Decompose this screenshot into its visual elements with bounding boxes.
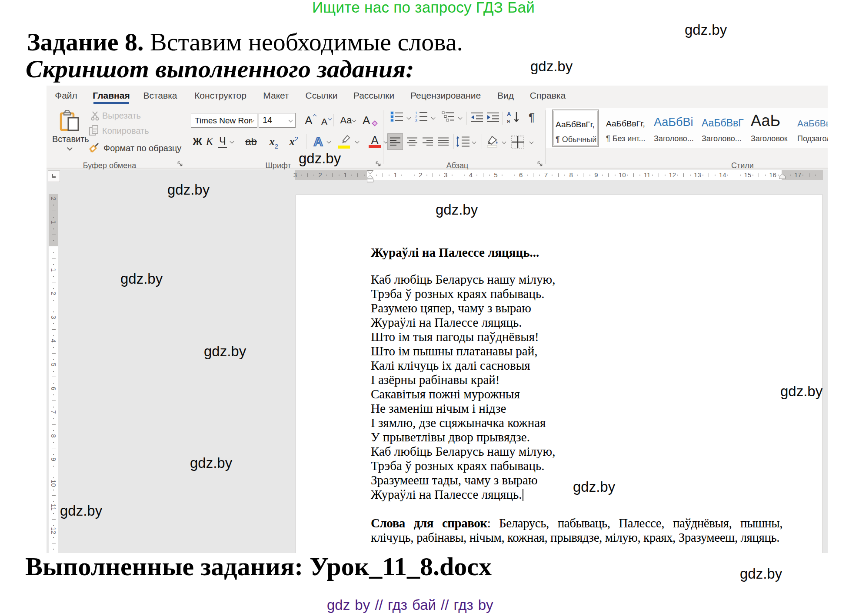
underline-button[interactable]: Ч <box>217 133 228 150</box>
shading-chevron-icon[interactable] <box>502 140 506 144</box>
paste-dropdown-chevron-icon[interactable] <box>67 145 73 151</box>
style-card[interactable]: АаБбВвГг,¶ Без инт... <box>603 109 650 147</box>
dialog-launcher-icon[interactable] <box>376 161 381 167</box>
small-divider <box>306 134 306 149</box>
poem-line: І азёрны рабінавы край! <box>371 373 782 387</box>
bold-button[interactable]: Ж <box>192 133 203 150</box>
hanging-indent-marker[interactable] <box>367 175 373 183</box>
tab-Рецензирование[interactable]: Рецензирование <box>407 86 484 106</box>
borders-button[interactable] <box>511 133 534 150</box>
sort-button[interactable]: А я <box>507 111 520 125</box>
line-spacing-button[interactable] <box>456 133 476 150</box>
vruler-tick <box>52 377 56 377</box>
change-case-button[interactable]: Аа <box>336 113 356 128</box>
hruler-tick <box>383 173 383 177</box>
numbering-button[interactable]: 1 2 3 <box>415 111 436 125</box>
italic-button[interactable]: К <box>205 133 214 150</box>
shading-button[interactable] <box>485 133 506 150</box>
tab-Ссылки[interactable]: Ссылки <box>303 86 340 106</box>
small-divider <box>453 134 454 149</box>
numbering-chevron-icon[interactable] <box>431 116 436 120</box>
tab-label: Файл <box>50 90 82 101</box>
tab-selector[interactable] <box>48 170 60 182</box>
vruler-tick <box>52 543 56 543</box>
grow-font-icon <box>313 114 316 118</box>
align-left-button[interactable] <box>387 133 403 150</box>
multilevel-list-button[interactable] <box>442 111 463 125</box>
tab-Макет[interactable]: Макет <box>261 86 291 106</box>
bullets-chevron-icon[interactable] <box>407 116 411 120</box>
hruler-dot <box>502 175 503 176</box>
justify-icon <box>438 137 449 146</box>
highlight-chevron-icon[interactable] <box>355 139 360 144</box>
multilevel-chevron-icon[interactable] <box>458 116 463 120</box>
style-card[interactable]: АаБбВвПодзагол... <box>795 109 828 147</box>
justify-button[interactable] <box>436 133 451 150</box>
style-card[interactable]: АаЬЗаголовок <box>748 109 795 147</box>
small-divider <box>482 134 482 149</box>
shrink-font-button[interactable]: А <box>317 115 331 128</box>
tab-Главная[interactable]: Главная <box>91 86 132 106</box>
style-card[interactable]: АаБбВвГг,¶ Обычный <box>552 109 599 147</box>
hruler-number: 6 <box>518 171 523 179</box>
dialog-launcher-icon[interactable] <box>177 161 183 167</box>
hruler-number: 5 <box>493 171 499 179</box>
horizontal-ruler[interactable]: 3211234567891011121314151617 <box>295 170 823 180</box>
hruler-dot <box>514 175 515 176</box>
grow-font-button[interactable]: А <box>301 113 316 128</box>
tab-Файл[interactable]: Файл <box>50 86 82 106</box>
gdz-watermark: gdz.by <box>60 503 102 518</box>
highlight-button[interactable] <box>337 133 354 150</box>
svg-text:я: я <box>507 118 510 124</box>
tab-Конструктор[interactable]: Конструктор <box>192 86 249 106</box>
font-name-combo[interactable]: Times New Rom <box>191 113 257 128</box>
poem-line: Трэба ў розных краях пабываць. <box>371 287 782 301</box>
pilcrow-button[interactable]: ¶ <box>526 110 538 125</box>
svg-text:3: 3 <box>415 119 417 122</box>
tab-label: Рассылки <box>351 90 396 101</box>
tab-Справка[interactable]: Справка <box>527 86 569 106</box>
strikethrough-icon: ab <box>245 136 257 147</box>
subscript-button[interactable]: x2 <box>266 133 282 150</box>
styles-gallery: АаБбВвГг,¶ ОбычныйАаБбВвГг,¶ Без инт...А… <box>546 108 828 148</box>
document-text[interactable]: Жураўлі на Палессе ляцяць... Каб любіць … <box>371 245 782 545</box>
line-spacing-chevron-icon[interactable] <box>472 140 476 144</box>
style-sample: АаБбВвГг, <box>556 120 595 129</box>
style-card[interactable]: АаБбВіЗаголово... <box>651 109 698 147</box>
decrease-indent-button[interactable] <box>470 112 483 124</box>
style-card[interactable]: АаБбВвГЗаголово... <box>699 109 746 147</box>
clear-formatting-button[interactable]: А <box>361 113 378 128</box>
align-center-button[interactable] <box>405 133 420 150</box>
underline-chevron-icon[interactable] <box>230 139 234 144</box>
poem-line: Калі клічуць іх далі сасновыя <box>371 358 782 373</box>
tab-Вставка[interactable]: Вставка <box>141 86 179 106</box>
tab-Вид[interactable]: Вид <box>495 86 516 106</box>
font-color-button[interactable]: А <box>367 133 382 150</box>
bullets-button[interactable] <box>390 111 411 125</box>
vruler-dot <box>53 537 54 538</box>
style-label: Заголово... <box>654 134 694 143</box>
highlight-pen-icon <box>338 134 351 145</box>
hruler-dot <box>765 175 766 176</box>
svg-text:А: А <box>507 111 511 117</box>
font-size-combo[interactable]: 14 <box>259 113 296 128</box>
gdz-watermark: gdz.by <box>299 151 341 166</box>
borders-chevron-icon[interactable] <box>529 140 534 144</box>
strikethrough-button[interactable]: ab <box>241 133 261 150</box>
vertical-ruler[interactable]: 21123456789101112 <box>49 194 58 553</box>
increase-indent-button[interactable] <box>486 112 499 124</box>
first-line-indent-marker[interactable] <box>367 170 373 174</box>
align-right-button[interactable] <box>420 133 435 150</box>
tab-Рассылки[interactable]: Рассылки <box>351 86 396 106</box>
hruler-dot <box>401 175 402 176</box>
ruler-left-margin <box>295 170 367 180</box>
underline-icon: Ч <box>218 136 226 148</box>
vruler-tick <box>52 519 56 520</box>
right-margin-marker[interactable] <box>779 174 786 179</box>
style-label: ¶ Обычный <box>556 135 596 144</box>
text-effects-button[interactable]: А <box>310 133 327 150</box>
subscript-2: 2 <box>275 142 278 150</box>
paste-button[interactable]: Вставить <box>52 110 88 152</box>
superscript-button[interactable]: x2 <box>286 133 302 150</box>
dialog-launcher-icon[interactable] <box>537 161 543 167</box>
